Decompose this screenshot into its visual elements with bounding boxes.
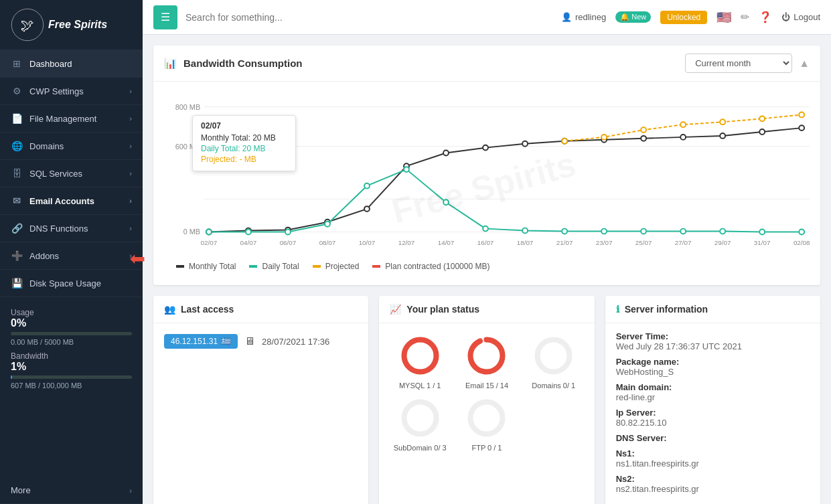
donut-grid: MYSQL 1 / 1 Email 15 / 14 — [390, 334, 583, 452]
collapse-button[interactable]: ▲ — [799, 58, 810, 70]
usage-detail: 0.00 MB / 5000 MB — [11, 338, 132, 346]
svg-point-61 — [720, 119, 725, 124]
new-badge[interactable]: 🔔 New — [615, 11, 651, 23]
svg-point-50 — [562, 229, 567, 234]
dns-icon: 🔗 — [11, 223, 23, 234]
legend-monthly-label: Monthly Total — [189, 262, 236, 271]
tooltip-projected: Projected: - MB — [201, 155, 287, 164]
svg-point-44 — [325, 222, 330, 227]
svg-point-55 — [759, 230, 765, 235]
chevron-icon: › — [129, 87, 132, 95]
main-area: ☰ 👤 redlineg 🔔 New Unlocked 🇺🇸 ✏ ❓ ⏻ Log… — [143, 0, 831, 504]
bandwidth-label: Bandwidth — [11, 351, 132, 361]
file-icon: 📄 — [11, 113, 23, 124]
sidebar-label-disk: Disk Space Usage — [29, 278, 101, 288]
sidebar-item-dns-functions[interactable]: 🔗 DNS Functions › — [0, 215, 143, 242]
bandwidth-title: Bandwidth Consumption — [183, 58, 302, 69]
svg-text:08/07: 08/07 — [319, 239, 336, 246]
donut-ftp-chart — [465, 396, 508, 440]
svg-text:16/07: 16/07 — [477, 239, 494, 246]
legend-monthly: Monthly Total — [175, 261, 236, 272]
donut-subdomain-chart — [398, 396, 442, 440]
domains-icon: 🌐 — [11, 141, 23, 151]
logout-label: Logout — [794, 12, 820, 22]
ns2-label: Ns2: — [616, 474, 810, 484]
username: redlineg — [575, 12, 606, 22]
svg-point-40 — [799, 125, 804, 131]
sidebar-item-email-accounts[interactable]: ✉ Email Accounts › — [0, 187, 143, 215]
ns2-value: ns2.titan.freespirits.gr — [616, 484, 699, 494]
sidebar-item-disk-space[interactable]: 💾 Disk Space Usage — [0, 270, 143, 297]
users-icon: 👥 — [164, 304, 175, 315]
sidebar-item-cwp-settings[interactable]: ⚙ CWP Settings › — [0, 78, 143, 105]
package-name-row: Package name: WebHosting_S — [616, 357, 810, 377]
sidebar-logo: 🕊 Free Spirits — [0, 0, 143, 50]
sidebar-label-domains: Domains — [29, 141, 64, 151]
sidebar-label-sql: SQL Services — [29, 169, 82, 179]
legend-projected-label: Projected — [325, 262, 360, 271]
sidebar-label-addons: Addons — [29, 251, 59, 261]
bandwidth-progress-bar — [11, 375, 132, 379]
flag-small-icon: 🇬🇷 — [221, 337, 231, 346]
logout-button[interactable]: ⏻ Logout — [781, 12, 820, 22]
usage-percent: 0% — [11, 317, 132, 329]
more-label: More — [11, 485, 31, 495]
chart-icon: 📊 — [164, 58, 177, 70]
menu-button[interactable]: ☰ — [153, 5, 177, 29]
sidebar-item-sql-services[interactable]: 🗄 SQL Services › — [0, 160, 143, 187]
svg-text:27/07: 27/07 — [675, 239, 692, 246]
last-access-title: 👥 Last access — [153, 296, 368, 323]
svg-point-33 — [522, 141, 528, 147]
ip-badge[interactable]: 46.12.151.31 🇬🇷 — [164, 334, 238, 349]
sidebar-item-file-management[interactable]: 📄 File Management › — [0, 105, 143, 133]
server-info-title: ℹ Server information — [605, 296, 820, 323]
donut-subdomain-label: SubDomain 0/ 3 — [394, 444, 447, 452]
sidebar-label-files: File Management — [29, 114, 96, 124]
sidebar-item-dashboard[interactable]: ⊞ Dashboard — [0, 50, 143, 78]
main-domain-label: Main domain: — [616, 382, 810, 392]
sidebar-item-addons[interactable]: ➕ Addons › — [0, 242, 143, 270]
tooltip-date: 02/07 — [201, 121, 287, 131]
svg-point-29 — [364, 206, 370, 212]
topbar: ☰ 👤 redlineg 🔔 New Unlocked 🇺🇸 ✏ ❓ ⏻ Log… — [143, 0, 831, 35]
svg-point-32 — [483, 145, 488, 151]
last-access-label: Last access — [181, 304, 234, 315]
more-chevron-icon: › — [129, 487, 132, 495]
sidebar-label-dns: DNS Functions — [29, 224, 88, 234]
plan-content: MYSQL 1 / 1 Email 15 / 14 — [379, 323, 594, 463]
package-name-value: WebHosting_S — [616, 367, 674, 377]
svg-point-56 — [799, 230, 804, 235]
search-input[interactable] — [185, 12, 467, 23]
plan-status-card: 📈 Your plan status — [379, 296, 594, 504]
svg-point-41 — [206, 230, 212, 235]
sidebar-item-domains[interactable]: 🌐 Domains › — [0, 133, 143, 160]
bandwidth-card-header: 📊 Bandwidth Consumption Current month La… — [153, 46, 820, 82]
donut-domains-label: Domains 0/ 1 — [532, 382, 575, 390]
chevron-icon: › — [129, 169, 132, 177]
access-row: 46.12.151.31 🇬🇷 🖥 28/07/2021 17:36 — [164, 334, 358, 349]
period-select[interactable]: Current month Last month Last 3 months — [685, 54, 792, 73]
chevron-icon: › — [129, 142, 132, 150]
svg-text:04/07: 04/07 — [240, 239, 257, 246]
svg-text:Free Spirits: Free Spirits — [388, 145, 580, 231]
usage-label: Usage — [11, 308, 132, 317]
svg-point-54 — [720, 229, 725, 234]
access-datetime: 28/07/2021 17:36 — [262, 337, 329, 347]
sidebar-item-more[interactable]: More › — [0, 477, 143, 504]
chevron-icon: › — [129, 197, 132, 205]
logo-text: Free Spirits — [48, 19, 107, 31]
svg-point-58 — [601, 135, 607, 140]
ns1-value: ns1.titan.freespirits.gr — [616, 458, 699, 469]
svg-rect-67 — [313, 265, 321, 268]
svg-point-45 — [364, 183, 370, 189]
sql-icon: 🗄 — [11, 168, 23, 179]
legend-daily: Daily Total — [248, 261, 299, 272]
donut-ftp: FTP 0 / 1 — [457, 396, 517, 452]
usage-section: Usage 0% 0.00 MB / 5000 MB Bandwidth 1% … — [0, 297, 143, 392]
help-icon[interactable]: ❓ — [759, 11, 772, 23]
svg-point-62 — [759, 116, 765, 121]
pencil-icon[interactable]: ✏ — [741, 11, 749, 23]
sidebar-label-cwp: CWP Settings — [29, 86, 84, 96]
legend-plan: Plan contracted (100000 MB) — [371, 261, 489, 272]
dns-server-row: DNS Server: — [616, 433, 810, 443]
